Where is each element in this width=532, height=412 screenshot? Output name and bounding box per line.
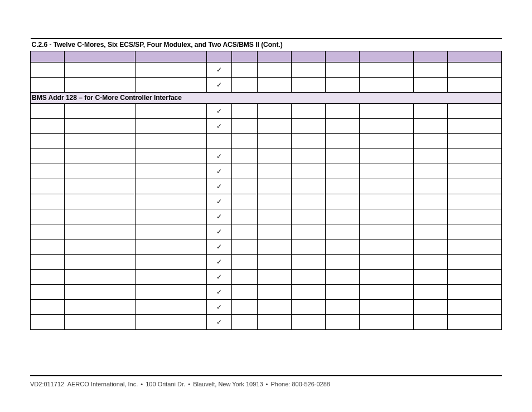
- cell: [65, 284, 136, 299]
- cell: [136, 148, 206, 164]
- cell: [414, 118, 448, 133]
- cell: [65, 77, 136, 92]
- cell: [292, 269, 326, 284]
- check-icon: ✓: [216, 213, 222, 221]
- check-icon: ✓: [216, 273, 222, 281]
- footer: VD2:011712 AERCO International, Inc. • 1…: [30, 381, 502, 387]
- table-row: ✓: [31, 269, 502, 284]
- cell: [31, 254, 65, 269]
- table-row: ✓: [31, 209, 502, 224]
- cell: [414, 164, 448, 179]
- cell: ✓: [206, 194, 232, 209]
- footer-phone: Phone: 800-526-0288: [271, 381, 330, 387]
- cell: [292, 62, 326, 77]
- cell: [65, 209, 136, 224]
- cell: [360, 62, 414, 77]
- cell: [326, 224, 360, 239]
- cell: [326, 194, 360, 209]
- cell: [65, 148, 136, 164]
- bullet-icon: •: [265, 381, 269, 387]
- cell: [206, 133, 232, 148]
- cell: [360, 269, 414, 284]
- table-row: ✓: [31, 179, 502, 194]
- cell: [360, 224, 414, 239]
- cell: [258, 164, 292, 179]
- cell: [232, 269, 258, 284]
- cell: [448, 62, 502, 77]
- cell: ✓: [206, 77, 232, 92]
- cell: [258, 224, 292, 239]
- cell: [258, 284, 292, 299]
- cell: [360, 148, 414, 164]
- cell: [448, 148, 502, 164]
- check-icon: ✓: [216, 81, 222, 89]
- cell: [448, 77, 502, 92]
- subheader-row: BMS Addr 128 – for C-More Controller Int…: [31, 92, 502, 103]
- cell: ✓: [206, 103, 232, 118]
- check-icon: ✓: [216, 152, 222, 160]
- cell: [232, 179, 258, 194]
- cell: [292, 164, 326, 179]
- cell: [360, 118, 414, 133]
- cell: [65, 118, 136, 133]
- table-row: ✓: [31, 164, 502, 179]
- check-icon: ✓: [216, 167, 222, 175]
- cell: [326, 164, 360, 179]
- cell: [360, 284, 414, 299]
- check-icon: ✓: [216, 243, 222, 251]
- cell: [414, 194, 448, 209]
- cell: [31, 284, 65, 299]
- cell: [136, 77, 206, 92]
- cell: [414, 269, 448, 284]
- table-row: [31, 133, 502, 148]
- cell: [65, 224, 136, 239]
- cell: [448, 209, 502, 224]
- cell: [258, 179, 292, 194]
- cell: [136, 314, 206, 329]
- cell: [65, 269, 136, 284]
- cell: [360, 194, 414, 209]
- cell: [65, 314, 136, 329]
- check-icon: ✓: [216, 303, 222, 311]
- cell: [136, 284, 206, 299]
- cell: ✓: [206, 284, 232, 299]
- cell: [65, 62, 136, 77]
- cell: ✓: [206, 224, 232, 239]
- cell: [232, 209, 258, 224]
- cell: [326, 62, 360, 77]
- cell: [232, 62, 258, 77]
- cell: [448, 103, 502, 118]
- cell: [414, 314, 448, 329]
- cell: [292, 224, 326, 239]
- cell: [31, 224, 65, 239]
- cell: [136, 224, 206, 239]
- cell: [136, 239, 206, 254]
- cell: [31, 299, 65, 314]
- table-row: ✓: [31, 224, 502, 239]
- cell: [448, 164, 502, 179]
- footer-code: VD2:011712: [30, 381, 64, 387]
- cell: [448, 239, 502, 254]
- cell: [31, 314, 65, 329]
- cell: ✓: [206, 269, 232, 284]
- cell: [292, 133, 326, 148]
- cell: [414, 254, 448, 269]
- cell: [414, 224, 448, 239]
- cell: [360, 254, 414, 269]
- cell: [448, 118, 502, 133]
- cell: [326, 118, 360, 133]
- cell: ✓: [206, 314, 232, 329]
- cell: [292, 239, 326, 254]
- cell: [326, 269, 360, 284]
- check-icon: ✓: [216, 183, 222, 190]
- cell: [31, 209, 65, 224]
- cell: [414, 209, 448, 224]
- cell: [65, 194, 136, 209]
- table-title-row: C.2.6 - Twelve C-Mores, Six ECS/SP, Four…: [31, 39, 502, 51]
- cell: [326, 148, 360, 164]
- cell: [258, 118, 292, 133]
- cell: [360, 179, 414, 194]
- cell: [232, 77, 258, 92]
- cell: [258, 103, 292, 118]
- cell: [292, 179, 326, 194]
